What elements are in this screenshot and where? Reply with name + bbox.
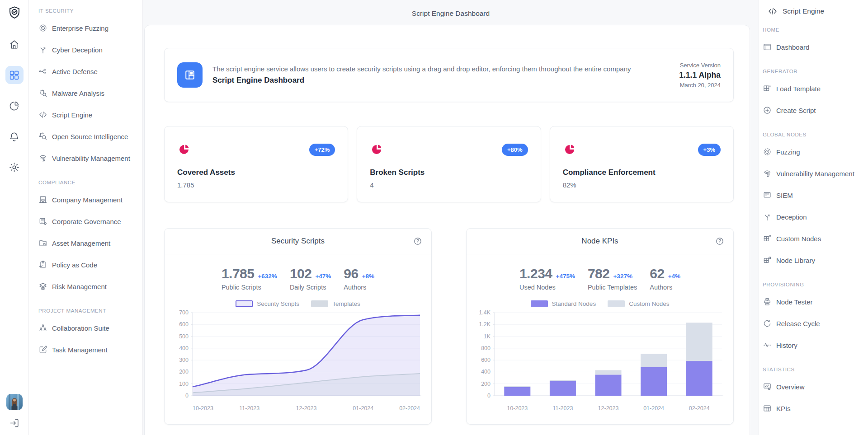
y-tick-label: 1.4K [479, 310, 491, 316]
node-tester-icon [763, 297, 772, 306]
sidebar-item-cyber-deception[interactable]: Cyber Deception [38, 39, 138, 61]
rail-button-apps-grid-icon[interactable] [5, 66, 24, 84]
apps-grid-icon [9, 70, 20, 81]
sidebar-item-policy-as-code[interactable]: Policy as Code [38, 254, 138, 276]
task-edit-icon [38, 345, 47, 354]
rightbar-item-kpis[interactable]: KPIs [763, 398, 864, 419]
sidebar-section-label: IT SECURITY [38, 8, 138, 14]
nav-item-label: Cyber Deception [52, 46, 103, 54]
sidebar-item-open-source-intelligence[interactable]: Open Source Intelligence [38, 126, 138, 147]
help-icon[interactable] [715, 237, 724, 246]
nav-item-label: Policy as Code [52, 261, 97, 269]
y-tick-label: 100 [179, 381, 189, 387]
help-icon[interactable] [413, 237, 422, 246]
stat-card-value: 4 [370, 181, 528, 189]
sidebar-item-enterprise-fuzzing[interactable]: Enterprise Fuzzing [38, 17, 138, 39]
nav-item-label: Create Script [776, 107, 816, 114]
bell-icon [9, 131, 20, 142]
y-tick-label: 1.2K [479, 321, 491, 327]
legend-label: Standard Nodes [552, 300, 596, 307]
rightbar-item-release-cycle[interactable]: Release Cycle [763, 313, 864, 334]
stat-label: Authors [650, 284, 680, 291]
chart-stat-authors: 62+4%Authors [650, 266, 680, 291]
sidebar-item-task-management[interactable]: Task Management [38, 339, 138, 360]
sidebar-item-company-management[interactable]: Company Management [38, 189, 138, 210]
sidebar-section-compliance: COMPLIANCECompany ManagementCorporate Go… [38, 180, 138, 297]
sidebar-section-it-security: IT SECURITYEnterprise FuzzingCyber Decep… [38, 8, 138, 169]
sidebar-item-collaboration-suite[interactable]: Collaboration Suite [38, 317, 138, 339]
shield-logo-icon[interactable] [7, 5, 22, 20]
header-description: The script engine service allows users t… [212, 65, 631, 73]
legend-label: Templates [332, 300, 360, 307]
gear-icon [9, 162, 20, 173]
nav-item-label: Dashboard [776, 43, 809, 51]
deception-icon [763, 212, 772, 221]
stat-card-compliance-enforcement: +3%Compliance Enforcement82% [550, 126, 734, 202]
osint-icon [38, 132, 47, 141]
sidebar-section-project-management: PROJECT MANAGEMENTCollaboration SuiteTas… [38, 308, 138, 360]
rightbar-title: Script Engine [783, 7, 824, 15]
nav-item-label: SIEM [776, 192, 793, 199]
legend-item-templates[interactable]: Templates [311, 300, 360, 307]
sidebar-item-asset-management[interactable]: Asset Management [38, 232, 138, 254]
nav-item-label: Node Library [776, 257, 815, 264]
rail-bottom [6, 394, 23, 429]
sidebar-item-corporate-governance[interactable]: Corporate Governance [38, 210, 138, 232]
y-tick-label: 500 [179, 333, 189, 340]
rail-button-bell-icon[interactable] [5, 127, 24, 145]
chart-stat-daily-scripts: 102+47%Daily Scripts [290, 266, 331, 291]
sidebar-item-vulnerability-management[interactable]: Vulnerability Management [38, 147, 138, 169]
rightbar-section-label: GENERATOR [763, 69, 864, 74]
stat-card-covered-assets: +72%Covered Assets1.785 [164, 126, 348, 202]
rail-button-home-icon[interactable] [5, 35, 24, 53]
nav-item-label: Overview [776, 383, 805, 391]
nav-item-label: Vulnerability Management [776, 170, 854, 178]
stat-delta: +327% [613, 273, 632, 280]
rightbar-item-dashboard[interactable]: Dashboard [763, 36, 864, 58]
rightbar-item-history[interactable]: History [763, 334, 864, 356]
rightbar-item-fuzzing[interactable]: Fuzzing [763, 141, 864, 163]
y-tick-label: 0 [487, 393, 491, 399]
sidebar-item-active-defense[interactable]: Active Defense [38, 61, 138, 82]
rightbar-section-label: STATISTICS [763, 367, 864, 372]
sidebar-item-malware-analysis[interactable]: Malware Analysis [38, 82, 138, 104]
rail-button-pie-chart-icon[interactable] [5, 97, 24, 115]
load-template-icon [763, 84, 772, 93]
stat-card-title: Broken Scripts [370, 168, 528, 177]
bar-standard [641, 367, 667, 396]
chart-title: Security Scripts [271, 237, 325, 246]
rail-nav [5, 35, 24, 176]
risk-layers-icon [38, 282, 47, 291]
y-tick-label: 700 [179, 310, 189, 316]
chart-legend: Security ScriptsTemplates [165, 300, 431, 307]
rightbar-item-load-template[interactable]: Load Template [763, 78, 864, 99]
rail-button-gear-icon[interactable] [5, 158, 24, 176]
sidebar-item-risk-management[interactable]: Risk Management [38, 276, 138, 297]
rightbar-item-deception[interactable]: Deception [763, 206, 864, 228]
rightbar-item-node-library[interactable]: Node Library [763, 249, 864, 271]
stat-cards-row: +72%Covered Assets1.785+80%Broken Script… [164, 126, 734, 202]
nav-item-label: Load Template [776, 85, 821, 93]
legend-item-custom-nodes[interactable]: Custom Nodes [608, 300, 669, 307]
deception-icon [38, 45, 47, 54]
bar-standard [550, 381, 576, 396]
logout-icon[interactable] [9, 417, 20, 429]
legend-item-security-scripts[interactable]: Security Scripts [236, 300, 299, 307]
chart-panel-header: Node KPIs [467, 229, 733, 254]
rightbar-item-create-script[interactable]: Create Script [763, 99, 864, 121]
bar-standard [686, 361, 712, 396]
legend-item-standard-nodes[interactable]: Standard Nodes [531, 300, 596, 307]
content-panel: The script engine service allows users t… [144, 25, 750, 435]
rightbar-item-vulnerability-management[interactable]: Vulnerability Management [763, 163, 864, 184]
rightbar-item-overview[interactable]: Overview [763, 376, 864, 398]
rightbar-item-custom-nodes[interactable]: Custom Nodes [763, 228, 864, 249]
rightbar-item-node-tester[interactable]: Node Tester [763, 291, 864, 313]
y-tick-label: 800 [481, 345, 491, 351]
security-scripts-chart-svg: 010020030040050060070010-202311-202312-2… [175, 310, 422, 417]
malware-analysis-icon [38, 89, 47, 98]
chart-panel-security-scripts: Security Scripts1.785+632%Public Scripts… [164, 228, 432, 425]
rightbar-item-siem[interactable]: SIEM [763, 184, 864, 206]
user-avatar[interactable] [6, 394, 23, 410]
rightbar-section-statistics: STATISTICSOverviewKPIs [763, 367, 864, 419]
sidebar-item-script-engine[interactable]: Script Engine [38, 104, 138, 126]
